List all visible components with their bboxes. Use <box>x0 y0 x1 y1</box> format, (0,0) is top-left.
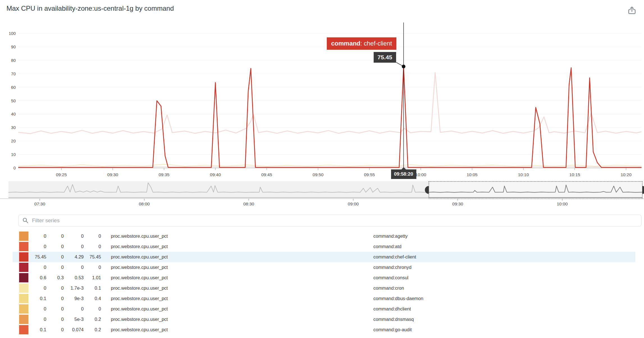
series-value-2: 0 <box>41 304 64 314</box>
x-axis-label: 10:05 <box>467 172 478 177</box>
y-axis-label: 80 <box>11 58 16 63</box>
y-axis-label: 30 <box>11 125 16 130</box>
y-axis-label: 20 <box>11 139 16 143</box>
tooltip-value: chef-client <box>364 40 392 47</box>
series-metric-name: proc.webstore.cpu.user_pct <box>111 262 168 273</box>
x-axis-label: 09:25 <box>56 172 67 177</box>
y-axis-label: 90 <box>11 44 16 49</box>
y-axis-label: 40 <box>11 112 16 116</box>
series-value-4: 0 <box>79 262 101 273</box>
series-tag: command:agetty <box>373 231 408 241</box>
series-tag: command:dhclient <box>373 304 411 314</box>
overview-axis-label: 10:00 <box>557 201 568 206</box>
y-axis-label: 10 <box>11 152 16 157</box>
y-axis-label: 100 <box>9 31 16 36</box>
series-value-4: 1.01 <box>79 273 101 283</box>
series-metric-name: proc.webstore.cpu.user_pct <box>111 314 168 325</box>
series-tag: command:atd <box>373 241 401 252</box>
series-value-2: 0 <box>41 252 64 262</box>
series-value-2: 0.3 <box>41 273 64 283</box>
main-chart[interactable]: 010203040506070809010009:2509:3009:3509:… <box>0 0 644 209</box>
series-metric-name: proc.webstore.cpu.user_pct <box>111 293 168 304</box>
series-value-4: 0.4 <box>79 293 101 304</box>
series-line-command:chef-client <box>18 67 641 167</box>
series-line-faded-series-high <box>18 72 641 134</box>
series-row-command:dhclient[interactable]: 0000proc.webstore.cpu.user_pctcommand:dh… <box>13 304 635 314</box>
series-row-command:dbus-daemon[interactable]: 0.109e-30.4proc.webstore.cpu.user_pctcom… <box>13 293 635 304</box>
overview-axis-label: 09:30 <box>452 201 463 206</box>
series-row-command:consul[interactable]: 0.60.30.531.01proc.webstore.cpu.user_pct… <box>13 273 635 283</box>
series-tag: command:chef-client <box>373 252 416 262</box>
x-axis-label: 09:40 <box>210 172 221 177</box>
app-window: Max CPU in availability-zone:us-central-… <box>0 0 644 338</box>
filter-series-container <box>18 215 641 226</box>
series-tag: command:chronyd <box>373 262 412 273</box>
overview-axis-label: 08:30 <box>243 201 254 206</box>
tooltip-key: command <box>331 40 360 47</box>
series-tag: command:dbus-daemon <box>373 293 423 304</box>
overview-axis-label: 09:00 <box>348 201 359 206</box>
series-value-2: 0 <box>41 314 64 325</box>
x-axis-label: 09:35 <box>159 172 170 177</box>
y-axis-label: 0 <box>13 165 16 170</box>
series-value-4: 0 <box>79 231 101 241</box>
x-axis-label: 10:00 <box>415 172 426 177</box>
series-metric-name: proc.webstore.cpu.user_pct <box>111 273 168 283</box>
x-axis-label: 09:30 <box>107 172 118 177</box>
series-row-command:chronyd[interactable]: 0000proc.webstore.cpu.user_pctcommand:ch… <box>13 262 635 273</box>
x-axis-label: 09:45 <box>261 172 272 177</box>
series-value-2: 0 <box>41 231 64 241</box>
x-axis-label: 10:15 <box>569 172 580 177</box>
series-metric-name: proc.webstore.cpu.user_pct <box>111 241 168 252</box>
series-value-4: 0.2 <box>79 314 101 325</box>
series-row-command:atd[interactable]: 0000proc.webstore.cpu.user_pctcommand:at… <box>13 241 635 252</box>
series-value-4: 75.45 <box>79 252 101 262</box>
series-metric-name: proc.webstore.cpu.user_pct <box>111 252 168 262</box>
x-axis-label: 09:55 <box>364 172 375 177</box>
series-row-command:cron[interactable]: 001.7e-30.1proc.webstore.cpu.user_pctcom… <box>13 283 635 293</box>
series-legend-table: 0000proc.webstore.cpu.user_pctcommand:ag… <box>13 231 635 335</box>
y-axis-label: 50 <box>11 98 16 103</box>
tooltip-value-badge: 75.45 <box>374 52 396 63</box>
series-value-2: 0 <box>41 325 64 335</box>
overview-selection-brush[interactable] <box>429 182 642 199</box>
series-value-4: 0.2 <box>79 325 101 335</box>
series-row-command:chef-client[interactable]: 75.4504.2975.45proc.webstore.cpu.user_pc… <box>13 252 635 262</box>
x-axis-label: 09:50 <box>313 172 324 177</box>
series-row-command:dnsmasq[interactable]: 005e-30.2proc.webstore.cpu.user_pctcomma… <box>13 314 635 325</box>
x-axis-label: 10:20 <box>621 172 632 177</box>
x-axis-label: 10:10 <box>518 172 529 177</box>
selection-handle-right[interactable] <box>642 186 644 194</box>
series-value-4: 0.1 <box>79 283 101 293</box>
series-row-command:agetty[interactable]: 0000proc.webstore.cpu.user_pctcommand:ag… <box>13 231 635 241</box>
tooltip-separator: : <box>360 40 364 47</box>
series-metric-name: proc.webstore.cpu.user_pct <box>111 304 168 314</box>
overview-axis-label: 07:30 <box>34 201 45 206</box>
series-tag: command:go-audit <box>373 325 412 335</box>
series-line-faded-series-low <box>18 164 641 167</box>
series-metric-name: proc.webstore.cpu.user_pct <box>111 231 168 241</box>
series-value-2: 0 <box>41 262 64 273</box>
crosshair-time-badge: 09:58:20 <box>391 169 416 179</box>
series-value-4: 0 <box>79 304 101 314</box>
series-metric-name: proc.webstore.cpu.user_pct <box>111 283 168 293</box>
series-value-2: 0 <box>41 283 64 293</box>
series-tag: command:consul <box>373 273 408 283</box>
tooltip-series-badge: command: chef-client <box>327 37 396 50</box>
series-row-command:go-audit[interactable]: 0.100.0740.2proc.webstore.cpu.user_pctco… <box>13 325 635 335</box>
series-tag: command:dnsmasq <box>373 314 414 325</box>
filter-series-input[interactable] <box>18 215 641 226</box>
series-metric-name: proc.webstore.cpu.user_pct <box>111 325 168 335</box>
series-tag: command:cron <box>373 283 404 293</box>
crosshair-point-marker <box>402 65 405 68</box>
series-value-2: 0 <box>41 241 64 252</box>
y-axis-label: 70 <box>11 71 16 76</box>
series-value-4: 0 <box>79 241 101 252</box>
y-axis-label: 60 <box>11 85 16 90</box>
overview-axis-label: 08:00 <box>139 201 150 206</box>
series-value-2: 0 <box>41 293 64 304</box>
